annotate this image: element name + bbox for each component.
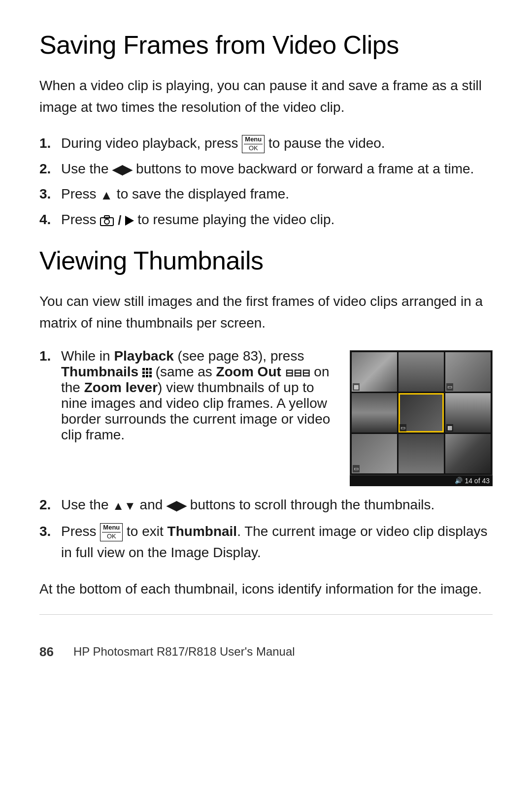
zoom-lever-bold: Zoom lever — [84, 380, 158, 395]
step-number: 3. — [39, 521, 51, 542]
thumbnail-status-bar: 🔊 14 of 43 — [350, 475, 493, 486]
thumb-badge-0: ▩ — [353, 383, 360, 391]
thumbnail-preview-image: ▩ ▭ ▭ ▩ ▭ 🔊 — [350, 350, 493, 486]
thumb-badge-2: ▭ — [446, 383, 453, 391]
step-2-3: 3. Press Menu OK to exit Thumbnail. The … — [39, 521, 493, 564]
thumb-cell-4-selected: ▭ — [399, 393, 444, 432]
step-text: While in Playback (see page 83), press T… — [61, 348, 330, 442]
zoom-out-bold: Zoom Out — [216, 364, 281, 379]
thumbnail-count: 14 of 43 — [465, 477, 490, 485]
camera-icon — [100, 215, 114, 226]
thumb-cell-5: ▩ — [445, 393, 491, 432]
thumb-cell-2: ▭ — [445, 352, 491, 392]
step-number: 1. — [39, 348, 51, 364]
step-1-1: 1. During video playback, press Menu OK … — [39, 133, 493, 154]
section1-steps: 1. During video playback, press Menu OK … — [39, 133, 493, 231]
lr-arrows-icon-2: ◀▶ — [166, 496, 186, 515]
menu-ok-icon: Menu OK — [242, 135, 265, 153]
step-2-1-layout: 1. While in Playback (see page 83), pres… — [39, 348, 493, 486]
section2: Viewing Thumbnails You can view still im… — [39, 245, 493, 599]
step-text: Press / to resume playing the video clip… — [61, 212, 334, 227]
thumb-cell-1 — [399, 352, 444, 392]
menu-ok-icon-2: Menu OK — [100, 523, 123, 541]
section2-title: Viewing Thumbnails — [39, 245, 493, 276]
step-number: 1. — [39, 133, 51, 154]
section2-footer-text: At the bottom of each thumbnail, icons i… — [39, 578, 493, 599]
up-arrow-icon: ▲ — [100, 185, 113, 205]
svg-point-1 — [104, 219, 109, 224]
step-number: 2. — [39, 494, 51, 515]
section2-intro: You can view still images and the first … — [39, 291, 493, 333]
section1-intro: When a video clip is playing, you can pa… — [39, 75, 493, 118]
page-footer: 86 HP Photosmart R817/R818 User's Manual — [39, 614, 493, 660]
thumb-badge-4: ▭ — [399, 424, 406, 432]
thumb-cell-7 — [399, 434, 444, 473]
step-text: Press ▲ to save the displayed frame. — [61, 186, 289, 201]
play-icon — [125, 216, 134, 226]
svg-rect-2 — [104, 216, 109, 218]
thumb-cell-0: ▩ — [352, 352, 397, 392]
footer-page-number: 86 — [39, 644, 54, 660]
step-text: During video playback, press Menu OK to … — [61, 135, 385, 151]
step-text: Press Menu OK to exit Thumbnail. The cur… — [61, 524, 488, 560]
step-number: 4. — [39, 209, 51, 230]
step-number: 2. — [39, 158, 51, 179]
lr-arrows-icon: ◀▶ — [112, 160, 132, 179]
thumb-cell-6: ▭ — [352, 434, 397, 473]
section1-title: Saving Frames from Video Clips — [39, 30, 493, 60]
thumbnails-grid-icon — [142, 368, 152, 377]
thumbnail-bold: Thumbnail — [167, 524, 237, 539]
step-2-2: 2. Use the ▲▼ and ◀▶ buttons to scroll t… — [39, 494, 493, 516]
thumbnail-grid: ▩ ▭ ▭ ▩ ▭ — [350, 350, 493, 475]
zoom-out-icon: ⊟⊟⊟ — [285, 367, 310, 379]
step-2-1-text: 1. While in Playback (see page 83), pres… — [39, 348, 335, 443]
thumb-cell-3 — [352, 393, 397, 432]
step-text: Use the ▲▼ and ◀▶ buttons to scroll thro… — [61, 497, 434, 512]
updown-arrows-icon: ▲▼ — [112, 497, 136, 515]
speaker-icon: 🔊 — [455, 477, 463, 484]
thumb-cell-8 — [445, 434, 491, 473]
section2-steps-2-3: 2. Use the ▲▼ and ◀▶ buttons to scroll t… — [39, 494, 493, 564]
step-1-3: 3. Press ▲ to save the displayed frame. — [39, 183, 493, 205]
step-1-2: 2. Use the ◀▶ buttons to move backward o… — [39, 158, 493, 180]
footer-manual-title: HP Photosmart R817/R818 User's Manual — [73, 645, 295, 659]
thumb-badge-6: ▭ — [353, 465, 360, 472]
step-1-4: 4. Press / to resume playing the video c… — [39, 209, 493, 231]
thumb-badge-5: ▩ — [446, 424, 453, 432]
step-text: Use the ◀▶ buttons to move backward or f… — [61, 161, 474, 176]
playback-bold: Playback — [114, 348, 173, 364]
thumbnails-bold: Thumbnails — [61, 364, 138, 379]
step-number: 3. — [39, 183, 51, 204]
